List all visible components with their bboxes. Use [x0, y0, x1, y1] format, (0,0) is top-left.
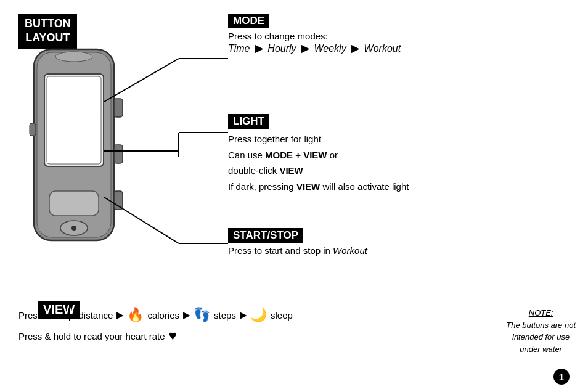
- svg-point-12: [55, 52, 92, 62]
- view-row2: Press & hold to read your heart rate ♥: [18, 328, 573, 344]
- svg-point-11: [71, 226, 76, 231]
- arrow3: ▶: [240, 310, 247, 320]
- heart-icon: ♥: [169, 328, 177, 344]
- mode-title: MODE: [228, 14, 269, 28]
- light-line2: Can use MODE + VIEW or: [228, 147, 409, 163]
- calories-icon: 🔥: [127, 307, 144, 323]
- mode-sequence: Time ▶ Hourly ▶ Weekly ▶ Workout: [228, 43, 401, 54]
- svg-rect-7: [114, 191, 123, 210]
- mode-press-text: Press to change modes:: [228, 31, 401, 41]
- page: BUTTONLAYOUT: [0, 0, 588, 392]
- note-box: NOTE: The buttons are not intended for u…: [506, 307, 576, 355]
- svg-rect-5: [114, 99, 123, 117]
- device-illustration: [18, 43, 142, 265]
- light-section: LIGHT Press together for light Can use M…: [228, 114, 409, 194]
- steps-icon: 👣: [194, 307, 210, 323]
- start-stop-text: Press to start and stop in Workout: [228, 245, 367, 256]
- light-line1: Press together for light: [228, 131, 409, 147]
- page-number: 1: [553, 369, 570, 385]
- note-line2: intended for use: [506, 331, 576, 343]
- press-hold-text: Press & hold to read your heart rate: [18, 331, 165, 341]
- mode-section: MODE Press to change modes: Time ▶ Hourl…: [228, 14, 401, 54]
- note-line1: The buttons are not: [506, 319, 576, 332]
- light-line4: If dark, pressing VIEW will also activat…: [228, 179, 409, 195]
- svg-rect-9: [49, 191, 99, 216]
- bottom-section: Press to view: distance ▶ 🔥 calories ▶ 👣…: [18, 307, 573, 344]
- start-stop-title: START/STOP: [228, 228, 303, 243]
- light-text: Press together for light Can use MODE + …: [228, 131, 409, 194]
- light-title: LIGHT: [228, 114, 269, 129]
- view-row1: Press to view: distance ▶ 🔥 calories ▶ 👣…: [18, 307, 573, 323]
- arrow2: ▶: [183, 310, 190, 320]
- steps-label: steps: [214, 310, 236, 321]
- sleep-icon: 🌙: [250, 307, 267, 323]
- press-to-view-text: Press to view: distance: [18, 310, 113, 321]
- start-stop-section: START/STOP Press to start and stop in Wo…: [228, 228, 367, 256]
- light-line3: double-click VIEW: [228, 163, 409, 179]
- arrow1: ▶: [116, 310, 123, 320]
- svg-rect-3: [47, 76, 101, 164]
- svg-rect-6: [114, 145, 123, 163]
- note-line3: under water: [506, 343, 576, 356]
- note-title: NOTE:: [506, 307, 576, 319]
- svg-rect-8: [30, 123, 36, 136]
- sleep-label: sleep: [271, 310, 293, 321]
- calories-label: calories: [147, 310, 179, 321]
